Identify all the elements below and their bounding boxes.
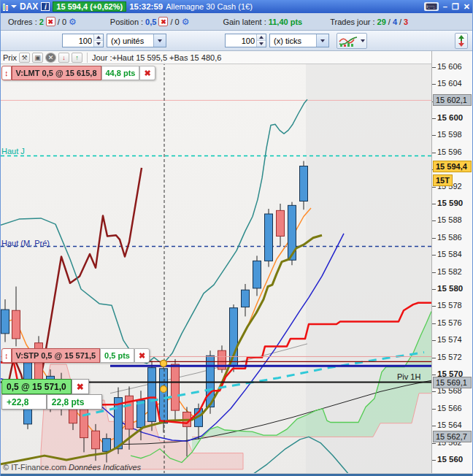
chevron-down-icon[interactable] [153, 34, 166, 47]
execution-dot [161, 360, 167, 366]
candle[interactable] [12, 310, 20, 339]
sell-limit-order-label[interactable]: V:LMT 0,5 @ 15 615,8 [12, 66, 101, 80]
axis-tick-label: 15 604 [437, 79, 462, 88]
sell-stop-order-label[interactable]: V:STP 0,5 @ 15 571,5 [12, 348, 101, 363]
open-position-tag[interactable]: 0,5 @ 15 571,0 ✖ +22,8 22,8 pts [1, 379, 102, 410]
trades-flat-count: 4 [393, 18, 397, 26]
close-position-icon[interactable]: ✖ [158, 17, 168, 26]
axis-tick-mark [432, 135, 436, 136]
candle[interactable] [265, 214, 273, 261]
price-indicator-toolbar: Prix ⚒ ▣ ✕ ↓ ↑ Jour :+Haut 15 595,5 +Bas… [1, 51, 431, 64]
sell-limit-order-tag[interactable]: ↕ V:LMT 0,5 @ 15 615,8 44,8 pts ✖ [1, 66, 155, 80]
axis-tick-label: 15 582 [437, 267, 462, 276]
minimize-button[interactable]: – [443, 2, 447, 11]
candle[interactable] [172, 364, 180, 410]
window-bottom-border [1, 473, 472, 476]
orders-gear-icon[interactable]: ⚙ [69, 17, 77, 27]
quantity-field-2[interactable] [226, 34, 256, 47]
candle[interactable] [300, 166, 308, 201]
candle[interactable] [160, 369, 168, 423]
candle[interactable] [92, 431, 100, 449]
unit-select-2[interactable]: (x) ticks [269, 34, 329, 47]
price-chart[interactable] [1, 62, 433, 473]
axis-tick-mark [432, 204, 436, 204]
quantity-stepper-2[interactable] [256, 34, 266, 47]
buy-arrow-icon[interactable]: ↑ [72, 53, 82, 63]
candle[interactable] [253, 261, 261, 288]
latent-gain: Gain latent : 11,40 pts [223, 18, 302, 26]
instrument-name[interactable]: DAX [20, 1, 38, 12]
axis-tick-label: 15 560 [437, 455, 463, 464]
trades-separator: / [388, 18, 391, 26]
axis-tick-mark [432, 118, 436, 119]
quantity-stepper-1[interactable] [93, 34, 103, 47]
position-pnl-pts: 22,8 pts [47, 394, 102, 410]
axis-tick-label: 15 584 [437, 250, 462, 258]
axis-tick-label: 15 580 [437, 284, 463, 293]
axis-tick-label: 15 566 [437, 404, 462, 412]
sell-stop-order-tag[interactable]: ↕ V:STP 0,5 @ 15 571,5 0,5 pts ✖ [1, 348, 150, 363]
prev-session-high-label: Haut (M, Pré) [1, 239, 50, 247]
maximize-button[interactable]: ❐ [452, 2, 459, 12]
candle[interactable] [1, 310, 9, 334]
quantity-input-2[interactable] [225, 34, 266, 47]
chevron-down-icon[interactable] [316, 34, 328, 47]
price-axis[interactable]: 15 60615 60415 60215 60015 59815 59615 5… [431, 51, 472, 473]
quantity-input-1[interactable] [62, 34, 104, 47]
cancel-limit-order-icon[interactable]: ✖ [139, 66, 155, 80]
level-price-badge: 15 569,1 [433, 377, 472, 388]
unit-select-1[interactable]: (x) unités [107, 34, 166, 47]
current-price-badge: 15 594,4 [433, 161, 472, 172]
sell-limit-order-distance: 44,8 pts [101, 66, 140, 80]
axis-tick-mark [432, 323, 436, 324]
candle[interactable] [148, 368, 156, 422]
day-high-low: Jour :+Haut 15 595,5 +Bas 15 480,6 [92, 53, 221, 62]
pivot-1h-label: Piv 1H [397, 372, 420, 381]
current-price-badge: 15T [433, 174, 453, 186]
sell-stop-order-distance: 0,5 pts [100, 348, 134, 363]
axis-tick-mark [432, 340, 436, 341]
quantity-field-1[interactable] [63, 34, 93, 47]
candle[interactable] [242, 290, 250, 307]
cancel-orders-icon[interactable]: ✖ [46, 17, 55, 26]
trades-loss-count: 3 [404, 18, 408, 26]
chart-area[interactable]: Prix ⚒ ▣ ✕ ↓ ↑ Jour :+Haut 15 595,5 +Bas… [1, 51, 472, 473]
title-bar: DAX i 15 594,4 (+0,62%) 15:32:59 Allemag… [1, 0, 472, 13]
axis-tick-label: 15 576 [437, 318, 462, 327]
position-entry-label[interactable]: 0,5 @ 15 571,0 [1, 379, 72, 394]
axis-tick-label: 15 564 [437, 421, 462, 429]
axis-tick-mark [432, 391, 436, 392]
disclaimer-text: Données Indicatives [69, 463, 141, 472]
axis-tick-label: 15 600 [437, 113, 463, 122]
position-gear-icon[interactable]: ⚙ [182, 17, 190, 27]
orders-status: Ordres : 2 ✖ / 0 ⚙ [8, 17, 77, 27]
detach-window-icon[interactable]: ▣ [32, 53, 43, 63]
keyboard-icon[interactable]: ⌨ [424, 2, 439, 11]
axis-tick-label: 15 574 [437, 335, 462, 344]
unit-select-2-value: (x) ticks [274, 37, 312, 45]
axis-tick-mark [432, 255, 436, 256]
execution-dot [161, 385, 167, 392]
day-trades: Trades jour : 29 / 4 / 3 [330, 18, 408, 26]
settings-wrench-icon[interactable]: ⚒ [19, 53, 30, 63]
gain-value: 11,40 pts [269, 18, 302, 26]
trading-window: { "icons": { "updown":"↕", "x":"✖", "gea… [0, 0, 473, 476]
close-position-x-icon[interactable]: ✖ [72, 379, 89, 394]
drag-updown-icon[interactable]: ↕ [1, 66, 12, 80]
close-panel-icon[interactable]: ✕ [45, 53, 56, 63]
close-button[interactable]: ✕ [464, 2, 470, 12]
axis-tick-label: 15 606 [437, 62, 462, 71]
day-high-label: Haut J [1, 147, 25, 156]
axis-tick-label: 15 598 [437, 130, 462, 139]
refresh-quotes-button[interactable] [455, 33, 468, 49]
sell-arrow-icon[interactable]: ↓ [58, 53, 69, 63]
instrument-dropdown-icon[interactable] [11, 5, 17, 8]
candle[interactable] [103, 439, 111, 452]
candle[interactable] [277, 210, 285, 236]
candle[interactable] [80, 409, 88, 438]
info-icon[interactable]: i [41, 2, 50, 11]
drag-updown-icon[interactable]: ↕ [1, 348, 12, 363]
chevron-down-icon[interactable] [361, 39, 365, 42]
cancel-stop-order-icon[interactable]: ✖ [134, 348, 150, 363]
chart-style-button[interactable] [337, 33, 367, 49]
